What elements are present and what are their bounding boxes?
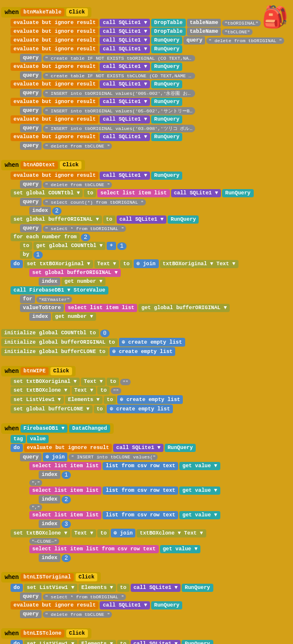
call-sqlite1-5[interactable]: call SQLite1 ▼ xyxy=(100,63,150,71)
runquery-8[interactable]: RunQuery xyxy=(151,172,182,180)
runquery-14[interactable]: RunQuery xyxy=(182,640,213,644)
create-empty-list-4[interactable]: ⊕ create empty list xyxy=(107,405,173,413)
row-set-buffer: set global bufferORIGINAL ▼ to call SQLi… xyxy=(11,215,292,224)
when-block-2[interactable]: when btnADDtext Click xyxy=(1,160,85,170)
runquery-6[interactable]: RunQuery xyxy=(151,115,182,124)
runquery-12[interactable]: RunQuery xyxy=(182,584,213,592)
set-listview-3: set ListView1 ▼ xyxy=(24,640,77,644)
click-event-2[interactable]: Click xyxy=(60,161,81,169)
call-firebase[interactable]: call FirebaseDB1 ▼ StoreValue xyxy=(11,286,108,294)
get-number-2[interactable]: get number ▼ xyxy=(52,313,96,321)
row-set-listview-2: do set ListView1 ▼ Elements ▼ to call SQ… xyxy=(11,584,292,592)
runquery-1[interactable]: RunQuery xyxy=(151,36,182,44)
row-query-5: query " INSERT into tbORIGINAL values('0… xyxy=(20,107,292,115)
from-csv-row-2[interactable]: list from csv row text xyxy=(103,487,178,495)
click-event-6[interactable]: Click xyxy=(66,629,88,638)
select-list-item-5[interactable]: select list item list xyxy=(29,487,101,495)
when-block-6[interactable]: when btnLISTclone Click xyxy=(1,628,91,639)
droptable-1[interactable]: DropTable xyxy=(151,19,186,27)
query-label-4: query xyxy=(20,89,42,97)
droptable-2[interactable]: DropTable xyxy=(151,28,186,36)
txtboxoriginal-text[interactable]: txtBOXoriginal ▼ Text ▼ xyxy=(160,260,239,268)
call-sqlite1-4[interactable]: call SQLite1 ▼ xyxy=(100,45,150,53)
get-value-2[interactable]: get value ▼ xyxy=(179,487,220,495)
when-row-3: when btnWIPE Click xyxy=(1,364,292,377)
firebasedb1-block[interactable]: FirebaseDB1 ▼ xyxy=(21,424,67,433)
init-bufferclone: initialize global bufferCLONE to ⊕ creat… xyxy=(1,347,292,356)
call-sqlite1-14[interactable]: call SQLite1 ▼ xyxy=(131,584,181,592)
index-label-1: index xyxy=(29,207,51,215)
get-value-4[interactable]: get value ▼ xyxy=(160,545,200,553)
row-evaluate-8: evaluate but ignore result call SQLite1 … xyxy=(11,115,292,124)
call-sqlite1-15[interactable]: call SQLite1 ▼ xyxy=(100,601,150,609)
row-call-firebase: call FirebaseDB1 ▼ StoreValue xyxy=(11,286,292,294)
call-sqlite1-7[interactable]: call SQLite1 ▼ xyxy=(100,98,150,106)
get-count[interactable]: get global COUNTtbl ▼ xyxy=(33,242,105,250)
row-index-3: index get number ▼ xyxy=(29,313,292,321)
runquery-13[interactable]: RunQuery xyxy=(151,601,182,609)
datachanged-event[interactable]: DataChanged xyxy=(69,424,110,433)
select-list-item-2[interactable]: set global bufferORIGINAL ▼ xyxy=(29,269,121,277)
get-bufferoriginal[interactable]: get global bufferORIGINAL ▼ xyxy=(138,304,230,312)
create-empty-list-2[interactable]: ⊕ create empty list xyxy=(110,347,176,356)
call-sqlite1-12[interactable]: call SQLite1 ▼ xyxy=(117,215,167,224)
runquery-11[interactable]: RunQuery xyxy=(165,444,196,452)
call-sqlite1-1[interactable]: call SQLite1 ▼ xyxy=(100,19,150,27)
click-event-5[interactable]: Click xyxy=(76,573,97,581)
runquery-5[interactable]: RunQuery xyxy=(151,98,182,106)
from-csv-row-1[interactable]: list from csv row text xyxy=(103,462,178,470)
get-value-3[interactable]: get value ▼ xyxy=(179,511,220,519)
call-sqlite1-11[interactable]: call SQLite1 ▼ xyxy=(171,189,222,197)
row-evaluate-12: evaluate but ignore result call SQLite1 … xyxy=(11,601,292,609)
runquery-3[interactable]: RunQuery xyxy=(151,63,182,71)
select-list-item-3[interactable]: select list item list xyxy=(65,304,137,312)
when-block-4[interactable]: when FirebaseDB1 ▼ DataChanged xyxy=(1,423,114,434)
select-list-item-7[interactable]: select list item list from csv row text xyxy=(29,545,159,553)
btnwipe-block[interactable]: btnWIPE xyxy=(21,367,49,375)
runquery-10[interactable]: RunQuery xyxy=(168,215,199,224)
when-block-1[interactable]: when btnMakeTable Click xyxy=(1,7,91,18)
call-sqlite1-13[interactable]: call SQLite1 ▼ xyxy=(113,444,163,452)
query-val-12: " delete from tbCLONE " xyxy=(43,611,112,618)
create-empty-list-1[interactable]: ⊕ create empty list xyxy=(119,338,185,347)
click-event-3[interactable]: Click xyxy=(50,367,72,375)
btnaddtext-block[interactable]: btnADDtext xyxy=(21,161,58,169)
when-block-5[interactable]: when btnLISToriginal Click xyxy=(1,572,101,583)
join-2[interactable]: ⊕ join xyxy=(43,453,67,461)
key-val: "KEYmaster" xyxy=(36,296,72,303)
btnlistclone-block[interactable]: btnLISTclone xyxy=(21,629,64,638)
call-sqlite1-2[interactable]: call SQLite1 ▼ xyxy=(100,28,150,36)
click-event[interactable]: Click xyxy=(66,8,88,16)
call-sqlite1-8[interactable]: call SQLite1 ▼ xyxy=(100,115,150,124)
get-value-1[interactable]: get value ▼ xyxy=(179,462,220,470)
select-list-item-4[interactable]: select list item list xyxy=(29,462,101,470)
text-label-1: Text ▼ xyxy=(94,260,119,268)
runquery-9[interactable]: RunQuery xyxy=(222,189,253,197)
query-label-7: query xyxy=(20,142,42,150)
when-block-3[interactable]: when btnWIPE Click xyxy=(1,366,76,376)
btnmaketable-block[interactable]: btnMakeTable xyxy=(21,8,64,16)
create-empty-list-3[interactable]: ⊕ create empty list xyxy=(117,395,183,404)
runquery-7[interactable]: RunQuery xyxy=(151,133,182,141)
runquery-2[interactable]: RunQuery xyxy=(151,45,182,53)
join-3[interactable]: ⊕ join xyxy=(111,529,135,537)
select-list-item-1[interactable]: select list item list xyxy=(97,189,169,197)
join-1[interactable]: ⊕ join xyxy=(134,259,158,268)
get-number-1[interactable]: get number ▼ xyxy=(62,278,105,286)
call-sqlite1-16[interactable]: call SQLite1 ▼ xyxy=(131,640,181,644)
call-sqlite1-3[interactable]: call SQLite1 ▼ xyxy=(100,36,150,44)
when-row-5: when btnLISToriginal Click xyxy=(1,570,292,583)
init-count: initialize global COUNTtbl to 0 xyxy=(1,329,292,337)
btnlistoriginal-block[interactable]: btnLISToriginal xyxy=(21,573,74,581)
select-list-item-6[interactable]: select list item list xyxy=(29,511,101,519)
runquery-4[interactable]: RunQuery xyxy=(151,80,182,88)
from-csv-row-3[interactable]: list from csv row text xyxy=(103,511,178,519)
txtboxclone-text[interactable]: txtBOXclone ▼ Text ▼ xyxy=(137,529,206,537)
row-firebase-val2: select list item list list from csv row … xyxy=(29,487,292,495)
call-sqlite1-9[interactable]: call SQLite1 ▼ xyxy=(100,133,150,141)
call-sqlite1-6[interactable]: call SQLite1 ▼ xyxy=(100,80,150,88)
backpack-icon[interactable]: 🎒 xyxy=(262,5,288,30)
to-label-3: to xyxy=(20,242,32,250)
section-btnwipe: when btnWIPE Click set txtBOXoriginal ▼ … xyxy=(1,362,292,415)
call-sqlite1-10[interactable]: call SQLite1 ▼ xyxy=(100,172,150,180)
